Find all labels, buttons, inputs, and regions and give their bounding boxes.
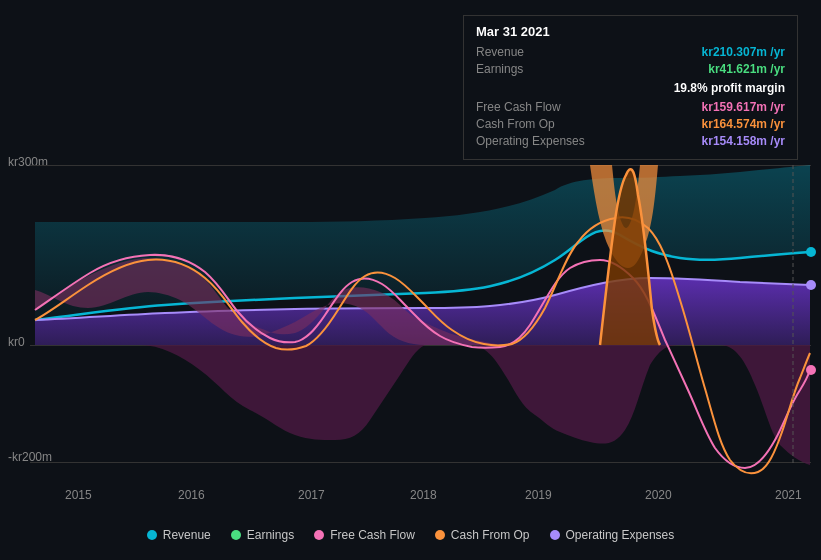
x-label-2019: 2019	[525, 488, 552, 502]
tooltip-label-earnings: Earnings	[476, 62, 523, 76]
tooltip-row-revenue: Revenue kr210.307m /yr	[476, 45, 785, 59]
x-label-2017: 2017	[298, 488, 325, 502]
legend-label-opex: Operating Expenses	[566, 528, 675, 542]
tooltip-title: Mar 31 2021	[476, 24, 785, 39]
legend-dot-cfo	[435, 530, 445, 540]
cashflow-endpoint	[806, 365, 816, 375]
revenue-endpoint	[806, 247, 816, 257]
x-label-2018: 2018	[410, 488, 437, 502]
tooltip-value-cfo: kr164.574m /yr	[702, 117, 785, 131]
legend: Revenue Earnings Free Cash Flow Cash Fro…	[0, 520, 821, 550]
tooltip-row-margin: 19.8% profit margin	[476, 79, 785, 97]
legend-item-revenue[interactable]: Revenue	[147, 528, 211, 542]
legend-label-earnings: Earnings	[247, 528, 294, 542]
tooltip-label-revenue: Revenue	[476, 45, 524, 59]
x-label-2021: 2021	[775, 488, 802, 502]
legend-label-cfo: Cash From Op	[451, 528, 530, 542]
legend-dot-fcf	[314, 530, 324, 540]
legend-item-cfo[interactable]: Cash From Op	[435, 528, 530, 542]
x-label-2016: 2016	[178, 488, 205, 502]
tooltip-label-opex: Operating Expenses	[476, 134, 585, 148]
legend-label-revenue: Revenue	[163, 528, 211, 542]
tooltip-value-earnings: kr41.621m /yr	[708, 62, 785, 76]
legend-item-opex[interactable]: Operating Expenses	[550, 528, 675, 542]
legend-dot-revenue	[147, 530, 157, 540]
chart-container: kr300m kr0 -kr200m	[0, 0, 821, 560]
legend-label-fcf: Free Cash Flow	[330, 528, 415, 542]
tooltip-value-fcf: kr159.617m /yr	[702, 100, 785, 114]
tooltip-row-opex: Operating Expenses kr154.158m /yr	[476, 134, 785, 148]
tooltip-row-cfo: Cash From Op kr164.574m /yr	[476, 117, 785, 131]
tooltip-label-cfo: Cash From Op	[476, 117, 555, 131]
tooltip-value-revenue: kr210.307m /yr	[702, 45, 785, 59]
tooltip-value-opex: kr154.158m /yr	[702, 134, 785, 148]
legend-item-earnings[interactable]: Earnings	[231, 528, 294, 542]
tooltip-value-margin: 19.8% profit margin	[674, 81, 785, 95]
legend-item-fcf[interactable]: Free Cash Flow	[314, 528, 415, 542]
tooltip-panel: Mar 31 2021 Revenue kr210.307m /yr Earni…	[463, 15, 798, 160]
legend-dot-opex	[550, 530, 560, 540]
operating-endpoint	[806, 280, 816, 290]
x-label-2020: 2020	[645, 488, 672, 502]
tooltip-row-earnings: Earnings kr41.621m /yr	[476, 62, 785, 76]
tooltip-row-fcf: Free Cash Flow kr159.617m /yr	[476, 100, 785, 114]
legend-dot-earnings	[231, 530, 241, 540]
tooltip-label-fcf: Free Cash Flow	[476, 100, 561, 114]
x-label-2015: 2015	[65, 488, 92, 502]
